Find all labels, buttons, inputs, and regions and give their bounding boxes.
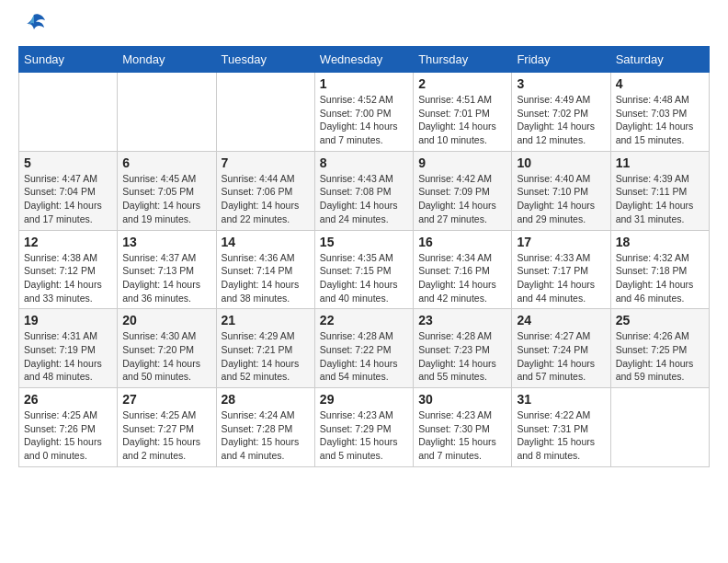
day-number: 21 bbox=[222, 313, 310, 327]
calendar-week-row: 12Sunrise: 4:38 AM Sunset: 7:12 PM Dayli… bbox=[19, 230, 710, 309]
calendar-cell bbox=[610, 388, 709, 467]
day-number: 3 bbox=[517, 76, 605, 91]
day-info: Sunrise: 4:30 AM Sunset: 7:20 PM Dayligh… bbox=[122, 329, 210, 384]
calendar-table: SundayMondayTuesdayWednesdayThursdayFrid… bbox=[18, 46, 710, 467]
calendar-cell: 16Sunrise: 4:34 AM Sunset: 7:16 PM Dayli… bbox=[414, 230, 512, 309]
calendar-cell: 23Sunrise: 4:28 AM Sunset: 7:23 PM Dayli… bbox=[414, 309, 512, 388]
weekday-header-tuesday: Tuesday bbox=[216, 47, 314, 73]
calendar-week-row: 5Sunrise: 4:47 AM Sunset: 7:04 PM Daylig… bbox=[19, 151, 710, 230]
day-info: Sunrise: 4:28 AM Sunset: 7:22 PM Dayligh… bbox=[320, 329, 408, 384]
day-info: Sunrise: 4:36 AM Sunset: 7:14 PM Dayligh… bbox=[222, 251, 310, 305]
day-info: Sunrise: 4:22 AM Sunset: 7:31 PM Dayligh… bbox=[517, 408, 605, 463]
day-info: Sunrise: 4:52 AM Sunset: 7:00 PM Dayligh… bbox=[320, 93, 408, 147]
calendar-cell: 24Sunrise: 4:27 AM Sunset: 7:24 PM Dayli… bbox=[512, 309, 610, 388]
day-info: Sunrise: 4:25 AM Sunset: 7:26 PM Dayligh… bbox=[24, 408, 112, 463]
day-info: Sunrise: 4:23 AM Sunset: 7:29 PM Dayligh… bbox=[320, 408, 408, 463]
day-number: 14 bbox=[222, 235, 310, 249]
calendar-cell: 3Sunrise: 4:49 AM Sunset: 7:02 PM Daylig… bbox=[512, 73, 610, 152]
calendar-cell: 11Sunrise: 4:39 AM Sunset: 7:11 PM Dayli… bbox=[610, 151, 709, 230]
weekday-header-monday: Monday bbox=[118, 47, 216, 73]
day-number: 28 bbox=[222, 392, 310, 407]
calendar-cell: 12Sunrise: 4:38 AM Sunset: 7:12 PM Dayli… bbox=[19, 230, 118, 309]
day-info: Sunrise: 4:26 AM Sunset: 7:25 PM Dayligh… bbox=[616, 329, 704, 384]
day-number: 27 bbox=[122, 392, 210, 407]
calendar-cell: 1Sunrise: 4:52 AM Sunset: 7:00 PM Daylig… bbox=[314, 73, 413, 152]
day-number: 22 bbox=[320, 313, 408, 327]
day-info: Sunrise: 4:45 AM Sunset: 7:05 PM Dayligh… bbox=[122, 172, 210, 226]
day-number: 23 bbox=[418, 313, 506, 327]
day-info: Sunrise: 4:32 AM Sunset: 7:18 PM Dayligh… bbox=[616, 251, 704, 305]
logo-bird-icon bbox=[21, 11, 47, 37]
day-info: Sunrise: 4:49 AM Sunset: 7:02 PM Dayligh… bbox=[517, 93, 605, 147]
calendar-cell bbox=[216, 73, 314, 152]
day-number: 13 bbox=[122, 235, 210, 249]
day-number: 8 bbox=[320, 155, 408, 170]
logo bbox=[18, 18, 47, 37]
day-number: 5 bbox=[24, 155, 112, 170]
calendar-cell: 22Sunrise: 4:28 AM Sunset: 7:22 PM Dayli… bbox=[314, 309, 413, 388]
calendar-cell: 28Sunrise: 4:24 AM Sunset: 7:28 PM Dayli… bbox=[216, 388, 314, 467]
day-number: 31 bbox=[517, 392, 605, 407]
day-number: 9 bbox=[418, 155, 506, 170]
calendar-cell bbox=[19, 73, 118, 152]
day-number: 25 bbox=[616, 313, 704, 327]
day-info: Sunrise: 4:35 AM Sunset: 7:15 PM Dayligh… bbox=[320, 251, 408, 305]
day-info: Sunrise: 4:47 AM Sunset: 7:04 PM Dayligh… bbox=[24, 172, 112, 226]
calendar-cell: 4Sunrise: 4:48 AM Sunset: 7:03 PM Daylig… bbox=[610, 73, 709, 152]
day-info: Sunrise: 4:39 AM Sunset: 7:11 PM Dayligh… bbox=[616, 172, 704, 226]
day-info: Sunrise: 4:29 AM Sunset: 7:21 PM Dayligh… bbox=[222, 329, 310, 384]
calendar-cell: 21Sunrise: 4:29 AM Sunset: 7:21 PM Dayli… bbox=[216, 309, 314, 388]
calendar-week-row: 19Sunrise: 4:31 AM Sunset: 7:19 PM Dayli… bbox=[19, 309, 710, 388]
day-number: 4 bbox=[616, 76, 704, 91]
calendar-cell: 13Sunrise: 4:37 AM Sunset: 7:13 PM Dayli… bbox=[118, 230, 216, 309]
day-info: Sunrise: 4:44 AM Sunset: 7:06 PM Dayligh… bbox=[222, 172, 310, 226]
page-header bbox=[18, 18, 710, 37]
day-info: Sunrise: 4:37 AM Sunset: 7:13 PM Dayligh… bbox=[122, 251, 210, 305]
calendar-cell: 5Sunrise: 4:47 AM Sunset: 7:04 PM Daylig… bbox=[19, 151, 118, 230]
day-number: 10 bbox=[517, 155, 605, 170]
day-info: Sunrise: 4:28 AM Sunset: 7:23 PM Dayligh… bbox=[418, 329, 506, 384]
calendar-cell bbox=[118, 73, 216, 152]
weekday-header-friday: Friday bbox=[512, 47, 610, 73]
day-number: 26 bbox=[24, 392, 112, 407]
calendar-cell: 9Sunrise: 4:42 AM Sunset: 7:09 PM Daylig… bbox=[414, 151, 512, 230]
day-number: 29 bbox=[320, 392, 408, 407]
day-info: Sunrise: 4:48 AM Sunset: 7:03 PM Dayligh… bbox=[616, 93, 704, 147]
day-info: Sunrise: 4:40 AM Sunset: 7:10 PM Dayligh… bbox=[517, 172, 605, 226]
day-number: 17 bbox=[517, 235, 605, 249]
day-number: 20 bbox=[122, 313, 210, 327]
day-number: 30 bbox=[418, 392, 506, 407]
day-number: 2 bbox=[418, 76, 506, 91]
day-info: Sunrise: 4:33 AM Sunset: 7:17 PM Dayligh… bbox=[517, 251, 605, 305]
day-number: 15 bbox=[320, 235, 408, 249]
day-number: 11 bbox=[616, 155, 704, 170]
day-info: Sunrise: 4:24 AM Sunset: 7:28 PM Dayligh… bbox=[222, 408, 310, 463]
calendar-cell: 18Sunrise: 4:32 AM Sunset: 7:18 PM Dayli… bbox=[610, 230, 709, 309]
weekday-header-saturday: Saturday bbox=[610, 47, 709, 73]
calendar-cell: 19Sunrise: 4:31 AM Sunset: 7:19 PM Dayli… bbox=[19, 309, 118, 388]
calendar-week-row: 1Sunrise: 4:52 AM Sunset: 7:00 PM Daylig… bbox=[19, 73, 710, 152]
calendar-cell: 27Sunrise: 4:25 AM Sunset: 7:27 PM Dayli… bbox=[118, 388, 216, 467]
day-info: Sunrise: 4:25 AM Sunset: 7:27 PM Dayligh… bbox=[122, 408, 210, 463]
calendar-cell: 20Sunrise: 4:30 AM Sunset: 7:20 PM Dayli… bbox=[118, 309, 216, 388]
calendar-cell: 10Sunrise: 4:40 AM Sunset: 7:10 PM Dayli… bbox=[512, 151, 610, 230]
day-number: 1 bbox=[320, 76, 408, 91]
calendar-cell: 6Sunrise: 4:45 AM Sunset: 7:05 PM Daylig… bbox=[118, 151, 216, 230]
calendar-cell: 15Sunrise: 4:35 AM Sunset: 7:15 PM Dayli… bbox=[314, 230, 413, 309]
weekday-header-wednesday: Wednesday bbox=[314, 47, 413, 73]
day-info: Sunrise: 4:34 AM Sunset: 7:16 PM Dayligh… bbox=[418, 251, 506, 305]
calendar-cell: 7Sunrise: 4:44 AM Sunset: 7:06 PM Daylig… bbox=[216, 151, 314, 230]
calendar-cell: 25Sunrise: 4:26 AM Sunset: 7:25 PM Dayli… bbox=[610, 309, 709, 388]
calendar-cell: 31Sunrise: 4:22 AM Sunset: 7:31 PM Dayli… bbox=[512, 388, 610, 467]
day-number: 16 bbox=[418, 235, 506, 249]
weekday-header-sunday: Sunday bbox=[19, 47, 118, 73]
day-info: Sunrise: 4:51 AM Sunset: 7:01 PM Dayligh… bbox=[418, 93, 506, 147]
calendar-cell: 14Sunrise: 4:36 AM Sunset: 7:14 PM Dayli… bbox=[216, 230, 314, 309]
day-info: Sunrise: 4:23 AM Sunset: 7:30 PM Dayligh… bbox=[418, 408, 506, 463]
day-number: 6 bbox=[122, 155, 210, 170]
calendar-cell: 26Sunrise: 4:25 AM Sunset: 7:26 PM Dayli… bbox=[19, 388, 118, 467]
weekday-header-thursday: Thursday bbox=[414, 47, 512, 73]
day-number: 7 bbox=[222, 155, 310, 170]
calendar-week-row: 26Sunrise: 4:25 AM Sunset: 7:26 PM Dayli… bbox=[19, 388, 710, 467]
calendar-cell: 2Sunrise: 4:51 AM Sunset: 7:01 PM Daylig… bbox=[414, 73, 512, 152]
